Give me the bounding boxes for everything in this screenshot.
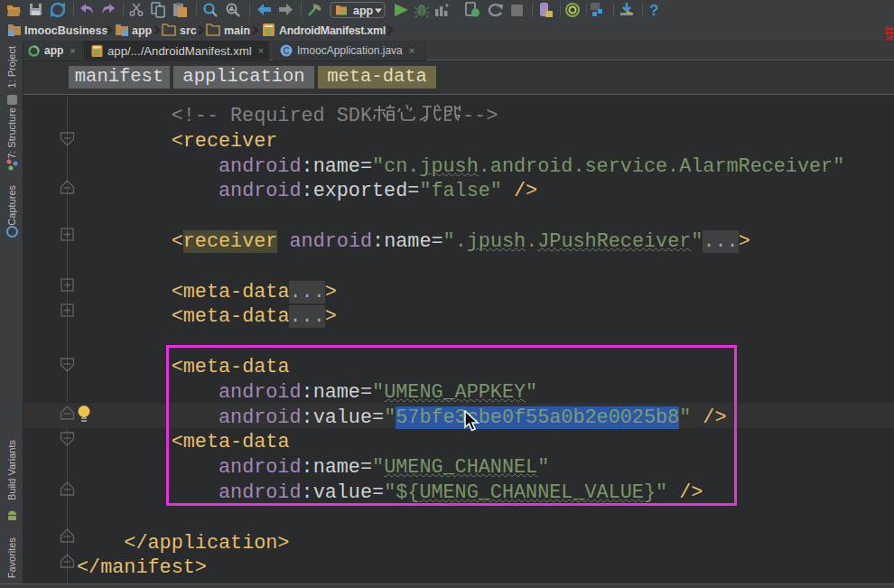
svg-text:AndroidManifest.xml: AndroidManifest.xml bbox=[279, 24, 386, 37]
svg-text:?: ? bbox=[649, 2, 658, 19]
svg-text:app: app bbox=[132, 24, 153, 37]
svg-text:ImoocBusiness: ImoocBusiness bbox=[24, 24, 107, 37]
svg-text:C: C bbox=[284, 46, 290, 56]
svg-text:main: main bbox=[224, 24, 250, 37]
svg-text:src: src bbox=[180, 24, 197, 37]
svg-text:app: app bbox=[353, 5, 374, 17]
